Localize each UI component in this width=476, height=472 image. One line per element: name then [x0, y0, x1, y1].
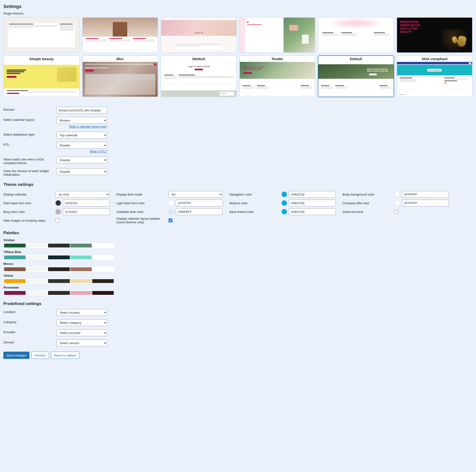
- palette-chip: [48, 279, 69, 283]
- theme-preview-card[interactable]: [239, 17, 316, 53]
- buttons-color-input[interactable]: [289, 200, 336, 206]
- company-title-label: Company title color: [342, 201, 395, 205]
- location-select[interactable]: Select location: [56, 309, 107, 316]
- nav-color-input[interactable]: [289, 191, 336, 198]
- provider-select[interactable]: Select provider: [56, 329, 107, 336]
- domain-input[interactable]: [56, 107, 107, 114]
- color-swatch[interactable]: [55, 200, 61, 206]
- preview-button[interactable]: Preview: [31, 352, 49, 359]
- base-theme-label: Base theme color: [229, 210, 282, 214]
- light-font-input[interactable]: [176, 200, 223, 206]
- service-label: Service:: [3, 340, 56, 344]
- palettes-container: ViridianTiffany BlueMoccoYellowRosewater: [3, 238, 473, 296]
- rtl-label: RTL:: [3, 142, 56, 146]
- theme-preview-card[interactable]: About us: [161, 17, 237, 53]
- show-end-label: Show end time: [342, 210, 395, 214]
- hide-images-checkbox[interactable]: [55, 218, 59, 222]
- provider-label: Provider:: [3, 329, 56, 334]
- theme-card-blur[interactable]: Blur Stellar Beauty & Wellness: [82, 55, 158, 97]
- palette-chip: [92, 267, 114, 271]
- display-calendar-select[interactable]: as slots: [55, 191, 110, 198]
- busy-time-input[interactable]: [63, 208, 110, 215]
- item-mode-select[interactable]: list: [169, 191, 223, 198]
- color-swatch[interactable]: [282, 209, 287, 214]
- body-bg-input[interactable]: [402, 191, 449, 198]
- palette-title: Yellow: [3, 274, 473, 277]
- show-end-checkbox[interactable]: [395, 210, 398, 214]
- theme-label: Default: [318, 56, 394, 62]
- rtl-help-link[interactable]: What is RTL?: [90, 150, 107, 153]
- theme-preview-card[interactable]: [3, 17, 80, 53]
- theme-label: Simple beauty: [4, 56, 79, 62]
- palette-chip: [48, 291, 69, 295]
- ada-switch-label: Allow switch site view to ADA compliant …: [3, 157, 56, 165]
- body-bg-label: Body background color: [342, 193, 395, 196]
- theme-card-skittish[interactable]: Skittish Yoga For Mind & Body Contact us: [161, 55, 237, 97]
- clear-session-select[interactable]: Disable: [56, 168, 107, 175]
- palette-chip: [4, 291, 26, 295]
- light-font-label: Light base font color: [116, 201, 169, 205]
- color-swatch[interactable]: [55, 209, 61, 214]
- theme-preview-card[interactable]: [318, 17, 394, 53]
- theme-label: Tender: [240, 56, 315, 62]
- calendar-layout-select[interactable]: Modern: [56, 117, 107, 124]
- datepicker-label: Select datepicker type:: [3, 132, 56, 136]
- palette-chip: [70, 291, 92, 295]
- color-swatch[interactable]: [282, 192, 287, 197]
- palette-chip: [4, 267, 26, 271]
- palette-title: Tiffany Blue: [3, 250, 473, 254]
- palette-chip: [4, 244, 26, 248]
- location-label: Location:: [3, 309, 56, 314]
- category-select[interactable]: Select category: [56, 319, 107, 326]
- theme-card-default[interactable]: Default Ageless Beauty: Embrace Natural …: [318, 55, 394, 97]
- palette-chip: [92, 291, 114, 295]
- service-select[interactable]: Select service: [56, 340, 107, 346]
- palette-row[interactable]: [3, 278, 115, 284]
- theme-card-ada-compliant[interactable]: ADA compliant ADA compliant Contact us: [397, 55, 473, 97]
- theme-label: Skittish: [161, 56, 237, 62]
- sidebar-label: Display calendar layout sidebar (some th…: [116, 217, 169, 224]
- color-swatch[interactable]: [282, 200, 287, 206]
- busy-time-label: Busy time color: [3, 210, 55, 214]
- palette-chip: [92, 255, 114, 259]
- theme-card-simple-beauty[interactable]: Simple beauty: [3, 55, 80, 97]
- company-title-input[interactable]: [402, 200, 449, 206]
- palette-chip: [26, 267, 48, 271]
- theme-preview-card[interactable]: [82, 17, 158, 53]
- dark-font-input[interactable]: [63, 200, 110, 206]
- dark-font-label: Dark base font color: [3, 201, 55, 205]
- hide-images-label: Hide images on booking steps: [3, 219, 55, 222]
- sidebar-checkbox[interactable]: [169, 218, 172, 222]
- palette-row[interactable]: [3, 243, 115, 248]
- palette-row[interactable]: [3, 290, 115, 296]
- avail-time-input[interactable]: [176, 208, 223, 215]
- domain-label: Domain:: [3, 107, 56, 111]
- clear-session-label: Clear the session of each widget initial…: [3, 168, 56, 176]
- theme-card-tender[interactable]: Tender Detoxify Your Life: Tips For Clea…: [239, 55, 316, 97]
- theme-preview-card[interactable]: MEDITATION:INNER PEACEFOR OUTERBEAUTY: [397, 17, 473, 53]
- ada-switch-select[interactable]: Disable: [56, 157, 107, 163]
- reset-to-default-button[interactable]: Reset to default: [51, 352, 79, 359]
- palette-title: Viridian: [3, 238, 473, 242]
- palette-chip: [70, 279, 92, 283]
- palette-chip: [26, 255, 48, 259]
- palette-chip: [48, 255, 69, 259]
- palette-row[interactable]: [3, 255, 115, 260]
- palette-chip: [26, 244, 48, 248]
- palette-chip: [70, 255, 92, 259]
- palette-chip: [4, 279, 26, 283]
- base-theme-input[interactable]: [289, 208, 336, 215]
- themes-grid: About us MEDITATION:INNER PEACEFOR: [3, 17, 473, 97]
- color-swatch[interactable]: [169, 200, 174, 206]
- rtl-select[interactable]: Disable: [56, 142, 107, 149]
- calendar-layout-help-link[interactable]: What is calendar layout type?: [69, 125, 107, 128]
- datepicker-select[interactable]: Top calendar: [56, 132, 107, 139]
- palette-chip: [48, 267, 69, 271]
- color-swatch[interactable]: [395, 192, 400, 197]
- calendar-layout-label: Select calendar layout:: [3, 117, 56, 122]
- palette-row[interactable]: [3, 267, 115, 272]
- color-swatch[interactable]: [169, 209, 174, 214]
- color-swatch[interactable]: [395, 200, 400, 206]
- save-changes-button[interactable]: Save changes: [3, 352, 30, 359]
- palette-chip: [70, 244, 92, 248]
